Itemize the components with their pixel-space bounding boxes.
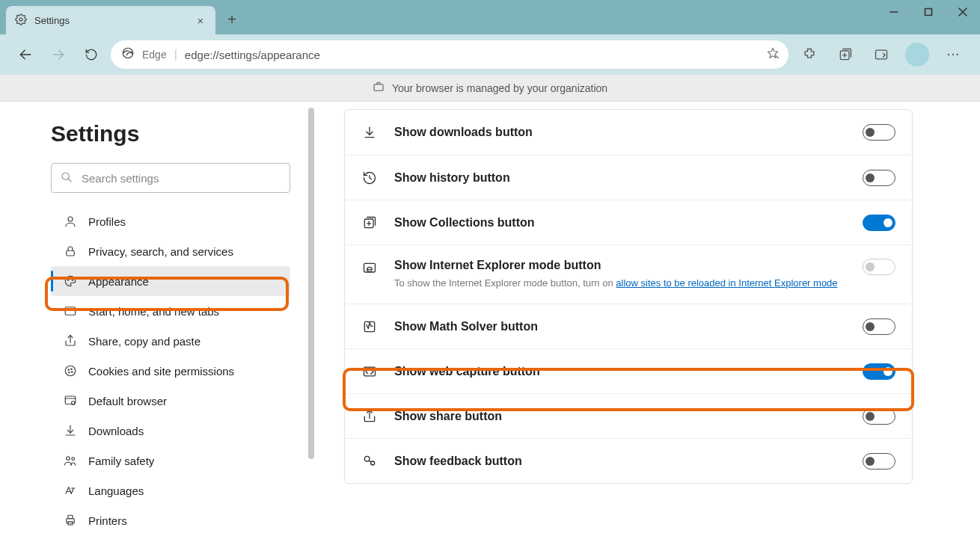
setting-title: Show Collections button	[394, 216, 846, 230]
sidebar-item-appearance[interactable]: Appearance	[51, 266, 290, 296]
minimize-button[interactable]	[877, 0, 911, 24]
setting-row-history-button: Show history button	[345, 155, 912, 200]
svg-rect-18	[374, 84, 383, 91]
settings-content: Settings Search settings Profiles Privac…	[0, 102, 980, 551]
briefcase-icon	[373, 81, 385, 95]
toggle-collections-button[interactable]	[863, 215, 895, 231]
profile-icon	[63, 214, 78, 229]
svg-rect-43	[68, 515, 73, 519]
cookie-icon	[63, 363, 78, 378]
forward-button[interactable]	[45, 41, 72, 68]
close-window-button[interactable]	[946, 0, 980, 24]
setting-subtext: To show the Internet Explorer mode butto…	[394, 277, 846, 290]
toggle-share-button[interactable]	[863, 408, 895, 425]
sidebar-item-start-home-tabs[interactable]: Start, home, and new tabs	[51, 296, 290, 326]
address-url: edge://settings/appearance	[185, 49, 759, 61]
svg-point-55	[371, 461, 375, 465]
browser-icon	[63, 393, 78, 408]
sidebar-nav-list: Profiles Privacy, search, and services A…	[51, 206, 290, 535]
close-tab-button[interactable]: ×	[195, 14, 206, 27]
svg-rect-22	[67, 250, 75, 256]
sidebar-item-family-safety[interactable]: Family safety	[51, 446, 290, 475]
toggle-math-solver-button[interactable]	[863, 318, 895, 335]
managed-banner: Your browser is managed by your organiza…	[0, 75, 980, 102]
sidebar-item-label: Family safety	[88, 455, 154, 467]
sidebar-item-downloads[interactable]: Downloads	[51, 416, 290, 446]
setting-title: Show share button	[394, 410, 846, 423]
svg-point-21	[68, 217, 73, 221]
svg-rect-50	[364, 263, 376, 272]
sidebar-item-label: Start, home, and new tabs	[88, 305, 219, 318]
setting-row-feedback-button: Show feedback button	[345, 438, 912, 483]
sidebar-item-printers[interactable]: Printers	[51, 505, 290, 535]
refresh-button[interactable]	[78, 41, 105, 68]
toggle-downloads-button[interactable]	[863, 124, 895, 141]
svg-line-9	[777, 56, 779, 58]
sidebar-item-label: Appearance	[88, 275, 149, 288]
back-button[interactable]	[12, 41, 39, 68]
sidebar-item-label: Default browser	[88, 395, 167, 407]
browser-toolbar: Edge | edge://settings/appearance	[0, 34, 980, 75]
toggle-feedback-button[interactable]	[863, 453, 895, 470]
profile-avatar[interactable]	[905, 43, 929, 67]
setting-title: Show downloads button	[394, 126, 846, 139]
collections-button[interactable]	[830, 40, 860, 70]
settings-sidebar: Settings Search settings Profiles Privac…	[0, 102, 305, 551]
svg-rect-34	[65, 396, 76, 404]
settings-search-input[interactable]: Search settings	[51, 163, 290, 193]
settings-search-placeholder: Search settings	[82, 172, 159, 185]
collections-icon	[361, 215, 378, 231]
ie-mode-link[interactable]: allow sites to be reloaded in Internet E…	[616, 277, 837, 289]
history-icon	[361, 170, 378, 186]
svg-point-40	[72, 458, 75, 461]
svg-point-33	[72, 372, 73, 373]
address-scheme-label: Edge	[142, 49, 167, 61]
svg-line-20	[68, 179, 71, 182]
managed-banner-text: Your browser is managed by your organiza…	[392, 82, 607, 94]
sidebar-item-label: Downloads	[88, 425, 144, 437]
setting-row-collections-button: Show Collections button	[345, 200, 912, 244]
svg-point-25	[72, 280, 73, 281]
svg-point-39	[67, 457, 70, 461]
sidebar-item-languages[interactable]: Languages	[51, 475, 290, 505]
svg-point-24	[70, 278, 71, 280]
window-controls	[877, 0, 980, 24]
sidebar-item-cookies-permissions[interactable]: Cookies and site permissions	[51, 356, 290, 386]
extensions-button[interactable]	[794, 40, 824, 70]
gear-icon	[15, 13, 27, 28]
svg-rect-14	[876, 50, 887, 59]
svg-point-23	[67, 280, 69, 281]
setting-title: Show Internet Explorer mode button	[394, 259, 846, 272]
svg-rect-42	[67, 519, 75, 523]
download-icon	[361, 124, 378, 141]
sidebar-scrollbar[interactable]	[308, 108, 314, 459]
svg-point-31	[71, 369, 73, 370]
sidebar-item-privacy[interactable]: Privacy, search, and services	[51, 236, 290, 266]
maximize-button[interactable]	[911, 0, 946, 24]
address-bar[interactable]: Edge | edge://settings/appearance	[111, 40, 788, 69]
setting-row-ie-mode-button: Show Internet Explorer mode button To sh…	[345, 244, 912, 304]
window-titlebar: Settings × +	[0, 0, 980, 34]
sidebar-item-share-copy-paste[interactable]: Share, copy and paste	[51, 326, 290, 356]
family-icon	[63, 453, 78, 468]
toggle-web-capture-button[interactable]	[863, 363, 895, 380]
palette-icon	[63, 274, 78, 289]
sidebar-title: Settings	[51, 121, 290, 147]
appearance-settings-card: Show downloads button Show history butto…	[344, 109, 913, 484]
web-capture-toolbar-button[interactable]	[866, 40, 896, 70]
setting-row-downloads-button: Show downloads button	[345, 110, 912, 155]
tab-title: Settings	[34, 15, 70, 26]
setting-sub-prefix: To show the Internet Explorer mode butto…	[394, 277, 616, 289]
browser-tab-settings[interactable]: Settings ×	[6, 6, 215, 34]
sidebar-item-label: Languages	[88, 484, 144, 497]
setting-title: Show feedback button	[394, 455, 846, 468]
share-icon	[63, 333, 78, 348]
toggle-history-button[interactable]	[863, 170, 895, 186]
favorite-button[interactable]	[766, 46, 780, 63]
more-menu-button[interactable]	[938, 40, 968, 70]
setting-title: Show web capture button	[394, 365, 846, 378]
sidebar-item-default-browser[interactable]: Default browser	[51, 386, 290, 416]
setting-title: Show Math Solver button	[394, 320, 846, 333]
sidebar-item-profiles[interactable]: Profiles	[51, 206, 290, 236]
new-tab-button[interactable]: +	[220, 7, 244, 31]
